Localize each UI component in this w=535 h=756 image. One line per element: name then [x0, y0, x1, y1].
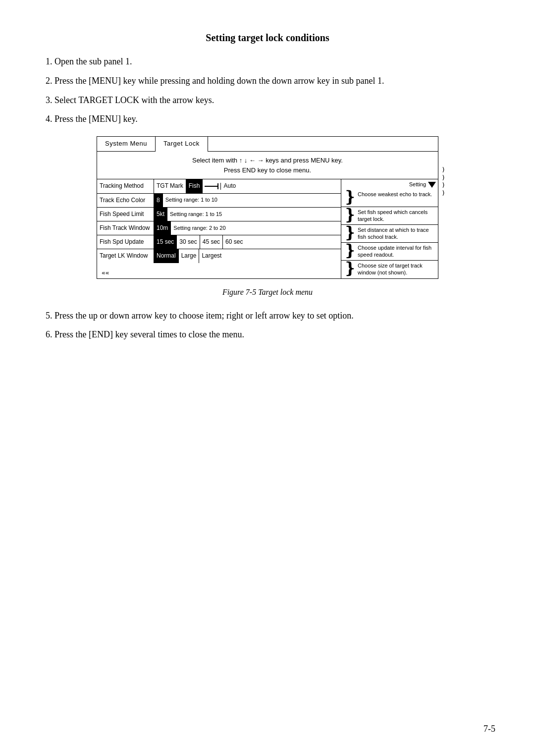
lk-largest: Largest: [199, 249, 224, 263]
spd-30sec: 30 sec: [177, 235, 200, 249]
right-text-4: Choose update interval for fish speed re…: [358, 243, 438, 260]
fish-spd-update-label: Fish Spd Update: [97, 235, 154, 249]
step-3: Select TARGET LOCK with the arrow keys.: [54, 93, 495, 108]
steps-list: Open the sub panel 1. Press the [MENU] k…: [54, 54, 495, 126]
target-lk-window-values: Normal Large Largest: [154, 249, 341, 263]
bracket-icon-2: ❵: [341, 207, 358, 221]
tracking-method-values: TGT Mark Fish Auto: [154, 179, 341, 193]
step-2: Press the [MENU] key while pressing and …: [54, 74, 495, 88]
right-desc-1: ❵ Choose weakest echo to track.: [341, 189, 438, 207]
right-text-2: Set fish speed which cancels target lock…: [358, 207, 438, 224]
menu-body: Tracking Method TGT Mark Fish Auto: [97, 179, 438, 278]
right-text-1: Choose weakest echo to track.: [358, 189, 434, 199]
zigzag-bottom: ««: [102, 269, 109, 277]
step-5: Press the up or down arrow key to choose…: [54, 309, 495, 323]
page-content: Setting target lock conditions Open the …: [40, 30, 495, 342]
track-window-val: 10m: [154, 221, 171, 235]
track-echo-color-label: Track Echo Color: [97, 194, 154, 207]
auto-value: Auto: [221, 179, 238, 193]
speed-limit-range: Setting range: 1 to 15: [167, 208, 341, 221]
track-echo-color-row: Track Echo Color 8 Setting range: 1 to 1…: [97, 194, 341, 208]
fish-speed-limit-label: Fish Speed Limit: [97, 208, 154, 221]
menu-instructions: Select item with ↑ ↓ ← → keys and press …: [97, 152, 438, 179]
right-desc-5: ❵ Choose size of target track window (no…: [341, 261, 438, 278]
echo-color-val: 8: [154, 194, 163, 207]
right-desc-4: ❵ Choose update interval for fish speed …: [341, 243, 438, 261]
lk-normal: Normal: [154, 249, 179, 263]
section-title: Setting target lock conditions: [40, 30, 495, 46]
step-6: Press the [END] key several times to clo…: [54, 327, 495, 342]
right-text-5: Choose size of target track window (not …: [358, 261, 438, 278]
spd-45sec: 45 sec: [200, 235, 223, 249]
spd-15sec: 15 sec: [154, 235, 177, 249]
tgt-mark-value: TGT Mark: [154, 179, 186, 193]
slider-cell: [203, 183, 221, 190]
right-text-3: Set distance at which to trace fish scho…: [358, 225, 438, 242]
tab-target-lock: Target Lock: [156, 137, 208, 152]
step-1: Open the sub panel 1.: [54, 54, 495, 69]
tracking-method-label: Tracking Method: [97, 179, 154, 193]
bracket-icon-3: ❵: [341, 225, 358, 239]
tab-system-menu: System Menu: [97, 137, 156, 151]
setting-arrow-icon: [428, 182, 436, 188]
menu-tabs: System Menu Target Lock: [97, 137, 438, 152]
track-window-range: Setting range: 2 to 20: [171, 222, 341, 235]
fish-value: Fish: [186, 179, 203, 193]
right-desc-3: ❵ Set distance at which to trace fish sc…: [341, 225, 438, 243]
speed-limit-val: 5kt: [154, 208, 167, 221]
bracket-icon-5: ❵: [341, 261, 358, 275]
target-lk-window-row: Target LK Window Normal Large Largest: [97, 249, 341, 263]
menu-rows: Tracking Method TGT Mark Fish Auto: [97, 179, 341, 278]
fish-track-window-values: 10m Setting range: 2 to 20: [154, 221, 341, 235]
steps-after-list: Press the up or down arrow key to choose…: [54, 309, 495, 342]
lk-large: Large: [179, 249, 200, 263]
fish-speed-limit-values: 5kt Setting range: 1 to 15: [154, 208, 341, 221]
step-4: Press the [MENU] key.: [54, 112, 495, 126]
fish-speed-limit-row: Fish Speed Limit 5kt Setting range: 1 to…: [97, 208, 341, 221]
track-echo-color-values: 8 Setting range: 1 to 10: [154, 194, 341, 207]
fish-track-window-row: Fish Track Window 10m Setting range: 2 t…: [97, 221, 341, 235]
fish-track-window-label: Fish Track Window: [97, 221, 154, 235]
fish-spd-update-values: 15 sec 30 sec 45 sec 60 sec: [154, 235, 341, 249]
menu-right-descriptions: Setting ❵ Choose weakest echo to track. …: [341, 179, 438, 278]
zigzag-right-top: )))): [441, 166, 445, 197]
echo-color-range: Setting range: 1 to 10: [163, 194, 341, 207]
page-number: 7-5: [483, 722, 495, 736]
right-desc-2: ❵ Set fish speed which cancels target lo…: [341, 207, 438, 225]
spd-60sec: 60 sec: [223, 235, 245, 249]
bracket-icon-4: ❵: [341, 243, 358, 257]
tracking-method-row: Tracking Method TGT Mark Fish Auto: [97, 179, 341, 193]
figure-caption: Figure 7-5 Target lock menu: [40, 286, 495, 299]
target-lk-window-label: Target LK Window: [97, 249, 154, 263]
menu-diagram: System Menu Target Lock Select item with…: [97, 136, 438, 279]
fish-spd-update-row: Fish Spd Update 15 sec 30 sec 45 sec 60 …: [97, 235, 341, 249]
bracket-icon-1: ❵: [341, 189, 358, 204]
